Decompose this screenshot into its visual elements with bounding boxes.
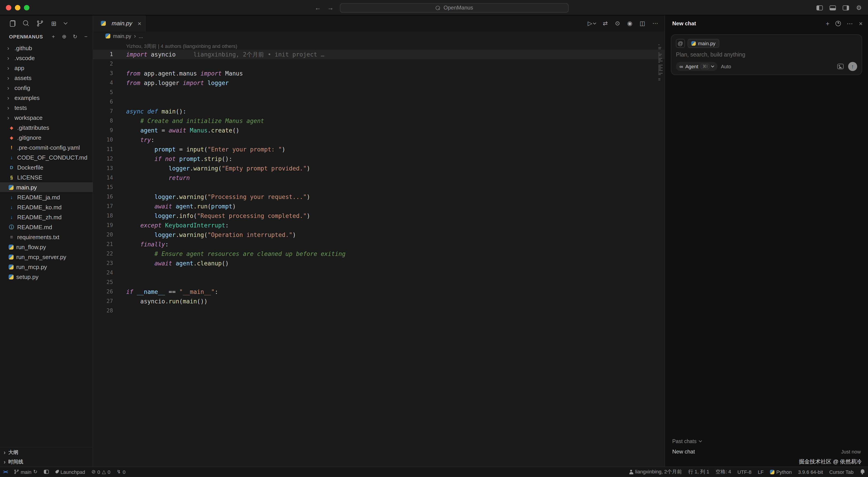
code-line-15[interactable]: 15 <box>93 183 664 192</box>
toggle-primary-sidebar-icon[interactable] <box>817 5 823 10</box>
code-line-27[interactable]: 27 asyncio.run(main()) <box>93 297 664 306</box>
code-line-3[interactable]: 3from app.agent.manus import Manus <box>93 69 664 78</box>
toggle-secondary-sidebar-icon[interactable] <box>843 5 849 10</box>
forward-icon[interactable]: → <box>327 4 334 11</box>
chat-tab-title[interactable]: New chat <box>672 20 696 26</box>
chat-more-icon[interactable]: ⋯ <box>847 20 853 27</box>
code-line-6[interactable]: 6 <box>93 97 664 107</box>
remote-indicator[interactable]: >< <box>0 467 11 477</box>
code-line-8[interactable]: 8 # Create and initialize Manus agent <box>93 116 664 126</box>
collapse-folders-icon[interactable]: − <box>83 33 89 40</box>
code-line-4[interactable]: 4from app.logger import logger <box>93 78 664 88</box>
command-center-search[interactable]: OpenManus <box>340 3 569 12</box>
tree-item-run_flow.py[interactable]: run_flow.py <box>0 242 93 252</box>
run-python-file-button[interactable]: ▷ <box>588 20 596 27</box>
code-line-21[interactable]: 21 finally: <box>93 240 664 249</box>
interpreter-status[interactable]: 3.9.6 64-bit <box>795 467 826 477</box>
code-line-23[interactable]: 23 await agent.cleanup() <box>93 259 664 268</box>
tree-item-.gitignore[interactable]: ◆.gitignore <box>0 132 93 142</box>
run-interactive-icon[interactable]: ◉ <box>627 20 632 27</box>
editor-layout-status[interactable] <box>41 467 52 477</box>
tree-item-Dockerfile[interactable]: DDockerfile <box>0 162 93 172</box>
git-blame-header[interactable]: Yizhou, 3周前 | 4 authors (liangxinbing an… <box>93 42 664 50</box>
tree-item-.gitattributes[interactable]: ◆.gitattributes <box>0 122 93 132</box>
settings-gear-icon[interactable]: ⚙ <box>856 4 862 11</box>
attach-image-icon[interactable] <box>837 64 844 69</box>
tree-item-tests[interactable]: ›tests <box>0 102 93 113</box>
back-icon[interactable]: ← <box>315 4 321 11</box>
source-control-icon[interactable] <box>37 20 43 27</box>
chat-input-card[interactable]: @ main.py Plan, search, build anything ∞… <box>671 34 862 75</box>
code-line-28[interactable]: 28 <box>93 306 664 316</box>
maximize-window-button[interactable] <box>24 5 29 10</box>
code-editor[interactable]: Yizhou, 3周前 | 4 authors (liangxinbing an… <box>93 41 664 467</box>
launchpad-button[interactable]: Launchpad <box>52 467 88 477</box>
ports-status[interactable]: ↯ 0 <box>114 467 129 477</box>
tree-item-run_mcp.py[interactable]: run_mcp.py <box>0 262 93 272</box>
minimap[interactable] <box>658 44 663 82</box>
new-chat-icon[interactable]: + <box>826 20 829 27</box>
tree-item-.pre-commit-config.yaml[interactable]: !.pre-commit-config.yaml <box>0 142 93 152</box>
code-line-25[interactable]: 25 <box>93 278 664 287</box>
model-selector[interactable]: Auto <box>721 64 731 69</box>
tree-item-main.py[interactable]: main.py <box>0 182 93 192</box>
tree-item-config[interactable]: ›config <box>0 83 93 93</box>
cursor-position-status[interactable]: 行 1, 列 1 <box>685 467 712 477</box>
split-editor-icon[interactable]: ◫ <box>640 20 645 27</box>
code-line-20[interactable]: 20 logger.warning("Operation interrupted… <box>93 230 664 240</box>
notifications-status[interactable] <box>857 467 868 477</box>
tree-item-CODE_OF_CONDUCT.md[interactable]: ↓CODE_OF_CONDUCT.md <box>0 152 93 162</box>
eol-status[interactable]: LF <box>755 467 767 477</box>
breadcrumb[interactable]: main.py › ... <box>93 31 664 41</box>
code-line-10[interactable]: 10 try: <box>93 135 664 145</box>
tree-item-LICENSE[interactable]: §LICENSE <box>0 172 93 182</box>
problems-status[interactable]: ⊘ 0 △ 0 <box>88 467 114 477</box>
close-tab-icon[interactable]: × <box>138 20 141 27</box>
code-line-22[interactable]: 22 # Ensure agent resources are cleaned … <box>93 249 664 259</box>
open-changes-icon[interactable]: ⇄ <box>603 20 608 27</box>
send-message-button[interactable]: ↑ <box>848 62 857 71</box>
toggle-panel-icon[interactable] <box>830 5 836 10</box>
code-line-24[interactable]: 24 <box>93 268 664 278</box>
search-icon[interactable] <box>23 20 29 26</box>
minimize-window-button[interactable] <box>15 5 20 10</box>
activity-more-chevron-icon[interactable] <box>64 21 67 25</box>
tree-item-app[interactable]: ›app <box>0 63 93 73</box>
tree-item-README_ja.md[interactable]: ↓README_ja.md <box>0 192 93 202</box>
past-chats-toggle[interactable]: Past chats <box>665 436 868 446</box>
tree-item-requirements.txt[interactable]: ≡requirements.txt <box>0 232 93 242</box>
explorer-icon[interactable] <box>10 20 16 26</box>
code-line-7[interactable]: 7async def main(): <box>93 107 664 116</box>
close-chat-panel-icon[interactable]: × <box>859 20 863 27</box>
code-line-17[interactable]: 17 await agent.run(prompt) <box>93 202 664 211</box>
code-line-12[interactable]: 12 if not prompt.strip(): <box>93 154 664 164</box>
code-line-18[interactable]: 18 logger.info("Request processing compl… <box>93 211 664 221</box>
code-line-1[interactable]: 1import asyncio liangxinbing, 2个月前 • ini… <box>93 50 664 59</box>
tree-item-run_mcp_server.py[interactable]: run_mcp_server.py <box>0 252 93 262</box>
code-line-9[interactable]: 9 agent = await Manus.create() <box>93 126 664 135</box>
code-line-11[interactable]: 11 prompt = input("Enter your prompt: ") <box>93 145 664 154</box>
language-mode-status[interactable]: Python <box>767 467 795 477</box>
tree-item-setup.py[interactable]: setup.py <box>0 272 93 282</box>
code-line-13[interactable]: 13 logger.warning("Empty prompt provided… <box>93 164 664 173</box>
tree-item-.github[interactable]: ›.github <box>0 43 93 53</box>
tree-item-README_zh.md[interactable]: ↓README_zh.md <box>0 212 93 222</box>
git-branch-status[interactable]: main ↻ <box>11 467 40 477</box>
line-blame-status[interactable]: liangxinbing, 2个月前 <box>626 467 685 477</box>
breadcrumb-file[interactable]: main.py <box>113 33 131 39</box>
chat-input-placeholder[interactable]: Plan, search, build anything <box>676 52 857 58</box>
tree-item-assets[interactable]: ›assets <box>0 73 93 83</box>
more-actions-icon[interactable]: ⋯ <box>652 20 658 27</box>
outline-circle-icon[interactable]: ⊙ <box>615 20 620 27</box>
refresh-explorer-icon[interactable]: ↻ <box>72 33 78 40</box>
outline-section[interactable]: › 大纲 <box>0 448 93 457</box>
tab-main-py[interactable]: main.py × <box>93 16 146 31</box>
chat-history-icon[interactable] <box>835 21 841 26</box>
code-line-19[interactable]: 19 except KeyboardInterrupt: <box>93 221 664 230</box>
tree-item-README_ko.md[interactable]: ↓README_ko.md <box>0 202 93 212</box>
cursor-tab-status[interactable]: Cursor Tab <box>826 467 857 477</box>
encoding-status[interactable]: UTF-8 <box>734 467 754 477</box>
timeline-section[interactable]: › 时间线 <box>0 457 93 467</box>
code-line-2[interactable]: 2 <box>93 59 664 69</box>
close-window-button[interactable] <box>6 5 11 10</box>
